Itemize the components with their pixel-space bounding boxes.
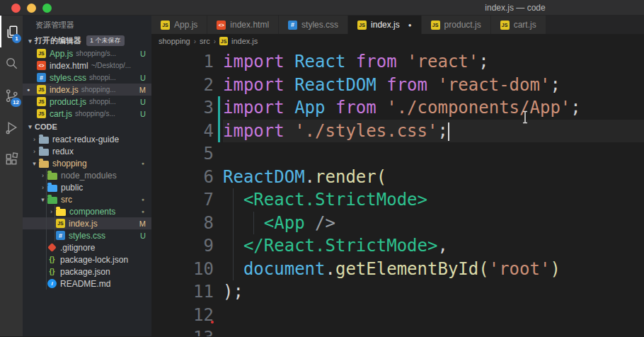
tab-styles-css[interactable]: #styles.css: [279, 16, 348, 34]
tree-item-components[interactable]: ›components●: [23, 205, 151, 217]
tree-item-redux[interactable]: ›redux: [23, 145, 151, 157]
code-line-1[interactable]: 1import React from 'react';: [151, 50, 644, 74]
file-name: react-redux-guide: [52, 135, 119, 144]
tree-item-public[interactable]: ›public: [23, 181, 151, 193]
tab-index-html[interactable]: <>index.html: [207, 16, 279, 34]
tree-item-styles-css[interactable]: #styles.cssU: [23, 229, 151, 241]
code-line-5[interactable]: 5: [151, 142, 644, 166]
js-file-icon: JS: [431, 21, 440, 30]
code-text: [223, 142, 644, 166]
html-file-icon: <>: [37, 61, 46, 70]
unsaved-count-badge: 1 个未保存: [86, 35, 125, 46]
tab-label: App.js: [174, 20, 197, 30]
open-editors-section-header[interactable]: ▾ 打开的编辑器 1 个未保存: [23, 34, 151, 47]
line-number: 1: [151, 50, 214, 74]
code-line-8[interactable]: 8 <App />: [151, 212, 644, 235]
code-text: [223, 326, 644, 336]
file-path: ~/Desktop/...: [91, 62, 151, 69]
changes-dot-badge: ●: [142, 161, 144, 166]
close-window-button[interactable]: [11, 4, 21, 13]
js-file-icon: JS: [37, 97, 46, 106]
chevron-right-icon: ›: [30, 148, 39, 155]
git-file-icon: [47, 243, 57, 252]
ibeam-mouse-cursor: [522, 110, 529, 124]
line-number: 13: [151, 326, 214, 336]
file-name: index.js: [50, 85, 79, 95]
editor-area: JSApp.js<>index.html#styles.cssJSindex.j…: [151, 16, 644, 336]
line-number: 2: [151, 74, 214, 97]
css-file-icon: #: [37, 73, 46, 82]
activity-search-button[interactable]: [0, 47, 23, 79]
code-line-3[interactable]: 3import App from './components/App';: [151, 96, 644, 120]
git-status-badge: U: [140, 110, 151, 118]
open-editor-item[interactable]: JSproduct.jsshoppi...U: [23, 96, 151, 108]
breadcrumb-segment[interactable]: src: [200, 37, 210, 45]
tree-item-src[interactable]: ▾src●: [23, 193, 151, 205]
code-line-12[interactable]: 12: [151, 304, 644, 327]
code-text: import ReactDOM from 'react-dom';: [223, 74, 644, 97]
code-section-header[interactable]: ▾ CODE: [23, 120, 151, 133]
line-number: 11: [151, 280, 214, 304]
activity-extensions-button[interactable]: [0, 143, 23, 175]
tree-item-shopping[interactable]: ▾shopping●: [23, 157, 151, 169]
open-editor-item[interactable]: #styles.cssshoppi...U: [23, 72, 151, 84]
folder-icon: [47, 185, 57, 192]
code-line-9[interactable]: 9 </React.StrictMode>,: [151, 234, 644, 258]
js-file-icon: JS: [37, 49, 46, 58]
activity-explorer-button[interactable]: 1: [0, 16, 23, 47]
line-number: 8: [151, 212, 214, 235]
open-editors-label: 打开的编辑器: [35, 35, 81, 46]
code-line-10[interactable]: 10 document.getElementById('root'): [151, 258, 644, 281]
tree-item-package-json[interactable]: {}package.json: [23, 265, 151, 278]
breadcrumb-segment[interactable]: shopping: [159, 37, 190, 45]
tree-item--gitignore[interactable]: .gitignore: [23, 241, 151, 253]
tree-item-node-modules[interactable]: ›node_modules: [23, 169, 151, 181]
breadcrumb: shopping›src›JSindex.js: [151, 34, 644, 48]
code-line-6[interactable]: 6ReactDOM.render(: [151, 166, 644, 189]
js-file-icon: JS: [219, 37, 228, 45]
code-editor[interactable]: 1import React from 'react';2import React…: [151, 48, 644, 336]
file-name: components: [69, 207, 115, 217]
activity-source-control-button[interactable]: 12: [0, 79, 23, 111]
code-line-2[interactable]: 2import ReactDOM from 'react-dom';: [151, 74, 644, 97]
window-controls: [11, 4, 52, 13]
tree-item-index-js[interactable]: JSindex.jsM: [23, 217, 151, 229]
breadcrumb-file[interactable]: index.js: [231, 37, 258, 45]
tab-app-js[interactable]: JSApp.js: [151, 16, 207, 34]
css-file-icon: #: [56, 231, 65, 240]
code-line-11[interactable]: 11);: [151, 280, 644, 304]
code-line-7[interactable]: 7 <React.StrictMode>: [151, 188, 644, 212]
open-editor-item[interactable]: ●JSindex.jsshopping...M: [23, 84, 151, 96]
open-editors-list: JSApp.jsshopping/s...U<>index.html~/Desk…: [23, 47, 151, 120]
run-debug-icon: [4, 119, 20, 135]
file-name: index.html: [50, 61, 88, 71]
code-line-4[interactable]: 4import './styles.css';: [151, 120, 644, 143]
folder-icon: [56, 209, 66, 216]
tab-product-js[interactable]: JSproduct.js: [422, 16, 491, 34]
tree-item-readme-md[interactable]: iREADME.md: [23, 278, 151, 290]
js-file-icon: JS: [357, 21, 367, 30]
json-file-icon: {}: [47, 255, 57, 264]
minimize-window-button[interactable]: [27, 4, 36, 13]
tree-item-package-lock-json[interactable]: {}package-lock.json: [23, 253, 151, 265]
open-editor-item[interactable]: JScart.jsshopping/s...U: [23, 108, 151, 120]
file-tree: ›react-redux-guide›redux▾shopping●›node_…: [23, 133, 151, 290]
code-text: <React.StrictMode>: [223, 188, 644, 212]
activity-run-debug-button[interactable]: [0, 111, 23, 143]
code-line-13[interactable]: 13: [151, 326, 644, 336]
git-status-badge: M: [139, 219, 151, 228]
tree-item-react-redux-guide[interactable]: ›react-redux-guide: [23, 133, 151, 145]
readme-file-icon: i: [47, 279, 57, 288]
git-status-badge: M: [139, 86, 151, 94]
maximize-window-button[interactable]: [42, 4, 52, 13]
file-name: App.js: [50, 49, 73, 59]
folder-icon: [47, 173, 57, 180]
file-name: product.js: [50, 97, 86, 107]
file-name: package.json: [60, 267, 110, 277]
tab-cart-js[interactable]: JScart.js: [491, 16, 546, 34]
open-editor-item[interactable]: JSApp.jsshopping/s...U: [23, 47, 151, 59]
code-text: import React from 'react';: [223, 50, 644, 74]
tab-index-js[interactable]: JSindex.js●: [348, 16, 422, 34]
git-status-badge: U: [140, 50, 151, 58]
open-editor-item[interactable]: <>index.html~/Desktop/...: [23, 59, 151, 72]
